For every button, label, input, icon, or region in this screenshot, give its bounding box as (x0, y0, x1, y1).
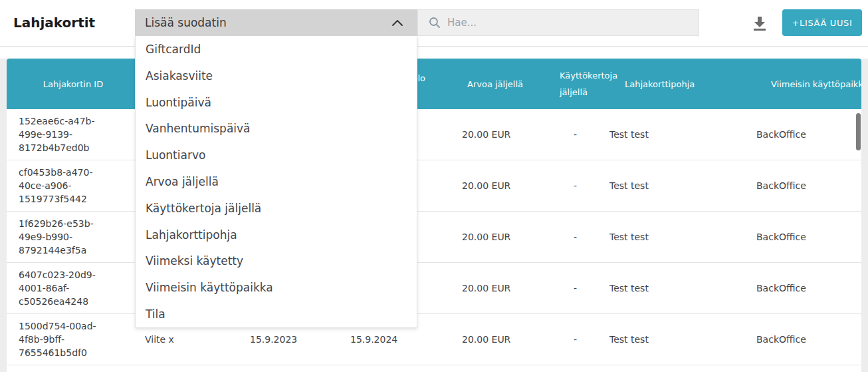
filter-option[interactable]: Tila (136, 301, 417, 327)
cell-viimeisin-kayttopaikka: BackOffice (728, 180, 861, 191)
top-bar: Lahjakortit +LISÄÄ UUSI (0, 0, 868, 47)
filter-option[interactable]: Vanhentumispäivä (136, 115, 417, 142)
column-header-lahjakorttipohja[interactable]: Lahjakorttipohja (608, 79, 728, 89)
cell-giftcard-id: 1500d754-00ad-4f8b-9bff-7655461b5df0 (7, 319, 140, 359)
filter-dropdown-trigger[interactable]: Lisää suodatin (135, 9, 417, 36)
column-header-arvoa-jaljella[interactable]: Arvoa jäljellä (435, 79, 555, 89)
cell-giftcard-id: 6407c023-20d9-4001-86af-c50526ea4248 (7, 268, 140, 308)
vertical-scrollbar[interactable] (856, 113, 861, 150)
column-header-lahjakortin-id[interactable]: Lahjakortin ID (7, 79, 140, 89)
cell-arvoa-jaljella: 20.00 EUR (435, 232, 555, 242)
cell-arvoa-jaljella: 20.00 EUR (435, 129, 555, 140)
filter-options-menu: GiftcardIdAsiakasviiteLuontipäiväVanhent… (135, 36, 417, 328)
cell-arvoa-jaljella: 20.00 EUR (435, 180, 555, 191)
search-input[interactable] (441, 10, 699, 35)
download-button[interactable] (748, 12, 772, 35)
cell-asiakasviite: Viite x (140, 334, 239, 345)
cell-luontipaiva: 15.9.2023 (239, 334, 339, 345)
toolbar-gap (0, 47, 868, 59)
download-icon (752, 15, 767, 31)
filter-option[interactable]: GiftcardId (136, 36, 417, 63)
chevron-up-icon (392, 19, 403, 26)
cell-lahjakorttipohja: Test test (608, 180, 728, 191)
filter-option[interactable]: Luontipäivä (136, 89, 417, 116)
cell-giftcard-id: 1f629b26-e53b-49e9-b990-8792144e3f5a (7, 217, 140, 257)
cell-lahjakorttipohja: Test test (608, 283, 728, 293)
cell-kayttokertoja-jaljella: - (555, 180, 608, 191)
cell-kayttokertoja-jaljella: - (555, 283, 608, 293)
cell-kayttokertoja-jaljella: - (555, 232, 608, 242)
cell-viimeisin-kayttopaikka: BackOffice (728, 283, 861, 293)
column-header-kayttokertoja-jaljella[interactable]: Käyttökertoja jäljellä (555, 67, 608, 100)
filter-dropdown-label: Lisää suodatin (145, 16, 227, 29)
add-new-button[interactable]: +LISÄÄ UUSI (782, 9, 862, 36)
cell-lahjakorttipohja: Test test (608, 129, 728, 140)
cell-viimeisin-kayttopaikka: BackOffice (728, 129, 861, 140)
cell-arvoa-jaljella: 20.00 EUR (435, 283, 555, 293)
filter-option[interactable]: Luontiarvo (136, 142, 417, 168)
cell-giftcard-id: 152eae6c-a47b-499e-9139-8172b4b7ed0b (7, 114, 140, 154)
cell-giftcard-id: cf0453b8-a470-40ce-a906-1519773f5442 (7, 166, 140, 206)
cell-kayttokertoja-jaljella: - (555, 334, 608, 345)
filter-option[interactable]: Lahjakorttipohja (136, 222, 417, 248)
cell-lahjakorttipohja: Test test (608, 232, 728, 242)
cell-viimeisin-kayttopaikka: BackOffice (728, 232, 861, 242)
page-title: Lahjakortit (13, 15, 95, 31)
filter-option[interactable]: Viimeisin käyttöpaikka (136, 274, 417, 301)
filter-option[interactable]: Käyttökertoja jäljellä (136, 195, 417, 222)
cell-arvoa-jaljella: 20.00 EUR (435, 334, 555, 345)
filter-option[interactable]: Viimeksi käytetty (136, 248, 417, 275)
cell-lahjakorttipohja: Test test (608, 334, 728, 345)
column-header-viimeisin-kayttopaikka[interactable]: Viimeisin käyttöpaikka (728, 79, 861, 89)
cell-viimeisin-kayttopaikka: BackOffice (728, 334, 861, 345)
search-box (417, 9, 699, 36)
giftcards-page: Lahjakortin ID Asiakasviite Luontipäivä … (0, 0, 868, 372)
filter-option[interactable]: Arvoa jäljellä (136, 168, 417, 195)
filter-option[interactable]: Asiakasviite (136, 63, 417, 89)
search-icon (429, 17, 441, 29)
cell-voimassaolo: 15.9.2024 (339, 334, 435, 345)
filter-dropdown: Lisää suodatin GiftcardIdAsiakasviiteLuo… (135, 9, 417, 328)
cell-kayttokertoja-jaljella: - (555, 129, 608, 140)
